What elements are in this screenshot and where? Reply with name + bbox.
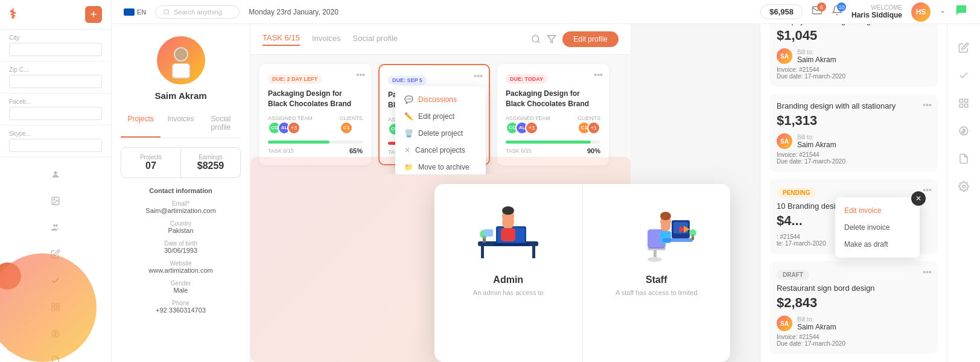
admin-section: Admin An admin has access to bbox=[434, 184, 583, 362]
invoice-menu-4[interactable]: ••• bbox=[923, 267, 932, 277]
invoice-menu-3[interactable]: ••• bbox=[923, 185, 932, 195]
projects-stat: Projects 07 bbox=[121, 148, 181, 177]
due-badge-2: DUE: SEP 5 bbox=[388, 75, 427, 85]
flag-icon bbox=[124, 8, 135, 16]
search-box[interactable]: Search anything bbox=[155, 5, 240, 19]
city-input[interactable] bbox=[9, 43, 102, 56]
client-avatars-1: C1 bbox=[340, 121, 363, 135]
user-avatar[interactable]: HS bbox=[911, 2, 931, 22]
due-badge-1: DUE: 2 DAY LEFT bbox=[268, 74, 322, 84]
contact-section: Contact information Email* Saim@artimiza… bbox=[121, 187, 241, 314]
progress-bar-1 bbox=[268, 141, 363, 144]
search-projects-icon[interactable] bbox=[531, 34, 541, 44]
draft-invoice-item[interactable]: Make as draft bbox=[835, 236, 920, 253]
invoice-card-3: ••• PENDING 10 Branding design... $4... … bbox=[769, 179, 938, 254]
search-icon bbox=[163, 8, 170, 16]
svg-rect-19 bbox=[959, 99, 962, 102]
chat-icon[interactable] bbox=[955, 4, 968, 20]
project-card-2: DUE: SEP 5 ••• Packaging Design for Blac… bbox=[378, 64, 490, 165]
progress-fill-3 bbox=[506, 141, 591, 144]
sidebar-icon-user[interactable] bbox=[45, 164, 66, 185]
delete-invoice-item[interactable]: Delete invoice bbox=[835, 219, 920, 236]
filter-icon[interactable] bbox=[547, 34, 556, 44]
admin-illustration bbox=[466, 196, 550, 268]
edit-profile-button[interactable]: Edit profile bbox=[562, 31, 619, 47]
zip-input[interactable] bbox=[9, 75, 102, 88]
tab-social-main[interactable]: Social profile bbox=[353, 34, 398, 45]
invoice-menu-2[interactable]: ••• bbox=[923, 100, 932, 110]
profile-avatar bbox=[157, 36, 205, 84]
admin-desc: An admin has access to bbox=[473, 289, 544, 296]
staff-title: Staff bbox=[646, 275, 667, 285]
tab-social[interactable]: Social profile bbox=[201, 110, 241, 138]
svg-point-16 bbox=[532, 36, 539, 42]
menu-edit-project[interactable]: ✏️ Edit project bbox=[395, 108, 486, 125]
sidebar-icon-image[interactable] bbox=[45, 190, 66, 212]
staff-desc: A staff has access to limited bbox=[616, 289, 698, 296]
client-more-3: +1 bbox=[587, 121, 600, 135]
menu-cancel-project[interactable]: ✕ Cancel projects bbox=[395, 142, 486, 159]
project-meta-3: ASSIGNED TEAM CO AL +3 CLIENTS C1 +1 bbox=[506, 115, 600, 135]
sidebar-icon-group[interactable] bbox=[45, 217, 66, 238]
header-bar: EN Search anything Monday 23rd January, … bbox=[112, 0, 980, 24]
lang-label: EN bbox=[137, 8, 146, 16]
earnings-label: Earnings bbox=[184, 154, 237, 160]
edit-invoice-item[interactable]: Edit invoice bbox=[835, 202, 920, 219]
skype-input[interactable] bbox=[9, 139, 102, 152]
menu-archive-project[interactable]: 📁 Move to archive bbox=[395, 159, 486, 174]
clients-3: CLIENTS C1 +1 bbox=[578, 115, 600, 135]
mail-icon[interactable]: 6 bbox=[812, 5, 822, 19]
invoice-avatar-4: SA bbox=[777, 316, 792, 331]
invoice-amount-1: $1,045 bbox=[777, 28, 931, 43]
add-button[interactable]: + bbox=[85, 6, 102, 23]
right-icon-check[interactable] bbox=[953, 65, 975, 86]
staff-section: Staff A staff has access to limited bbox=[583, 184, 731, 362]
menu-delete-project[interactable]: 🗑️ Delete project bbox=[395, 125, 486, 142]
client-1a: C1 bbox=[340, 121, 353, 135]
task-count-3: TASK 6/15 bbox=[506, 148, 532, 154]
mail-badge: 6 bbox=[817, 2, 826, 11]
right-icon-settings[interactable] bbox=[953, 176, 975, 197]
staff-illustration bbox=[614, 196, 699, 268]
invoice-details-4: Invoice: #21544 Due date: 17-march-2020 bbox=[777, 334, 931, 347]
facebook-input[interactable] bbox=[9, 107, 102, 120]
chevron-down-icon[interactable] bbox=[940, 9, 946, 15]
progress-bar-3 bbox=[506, 141, 600, 144]
menu-discussions[interactable]: 💬 Discussions bbox=[395, 91, 486, 108]
task-pct-3: 90% bbox=[587, 147, 600, 154]
tab-projects[interactable]: Projects bbox=[121, 110, 161, 138]
city-field: City bbox=[0, 30, 111, 62]
tab-invoices-main[interactable]: Invoices bbox=[312, 34, 341, 45]
svg-rect-46 bbox=[663, 238, 693, 242]
task-pct-1: 65% bbox=[349, 147, 363, 154]
invoice-title-2: Branding design with all stationary bbox=[777, 101, 931, 110]
earnings-stat: Earnings $8259 bbox=[181, 148, 240, 177]
svg-rect-20 bbox=[965, 99, 968, 102]
tab-projects-main[interactable]: TASK 6/15 bbox=[262, 33, 300, 46]
notification-icon[interactable]: 10 bbox=[832, 5, 842, 19]
svg-point-4 bbox=[56, 224, 58, 227]
svg-rect-26 bbox=[481, 246, 484, 258]
zip-label: Zip C... bbox=[9, 66, 102, 73]
email-contact: Email* Saim@artimization.com bbox=[121, 200, 241, 214]
welcome-text: WELCOME Haris Siddique bbox=[851, 4, 902, 19]
invoices-panel: ••• Full payment for logo design $1,045 … bbox=[760, 0, 947, 362]
close-dropdown-button[interactable]: ✕ bbox=[911, 191, 926, 206]
project-menu-3[interactable]: ••• bbox=[594, 70, 603, 80]
svg-point-11 bbox=[164, 9, 169, 14]
profile-panel: Saim Akram Projects Invoices Social prof… bbox=[112, 24, 250, 362]
project-meta-1: ASSIGNED TEAM CO AL +3 CLIENTS C1 bbox=[268, 115, 363, 135]
svg-point-24 bbox=[962, 185, 966, 188]
facebook-field: Faceb... bbox=[0, 94, 111, 125]
language-selector[interactable]: EN bbox=[124, 8, 146, 16]
project-menu-2[interactable]: ••• bbox=[474, 71, 483, 81]
right-icon-grid[interactable] bbox=[953, 92, 975, 114]
tab-invoices[interactable]: Invoices bbox=[161, 110, 200, 138]
right-icon-doc[interactable] bbox=[953, 148, 975, 170]
invoice-amount-4: $2,843 bbox=[777, 295, 931, 311]
project-menu-1[interactable]: ••• bbox=[356, 70, 365, 80]
progress-fill-1 bbox=[268, 141, 329, 144]
right-icon-edit[interactable] bbox=[953, 37, 975, 59]
right-icon-dollar[interactable] bbox=[953, 120, 975, 142]
project-card-1: DUE: 2 DAY LEFT ••• Packaging Design for… bbox=[259, 64, 371, 165]
